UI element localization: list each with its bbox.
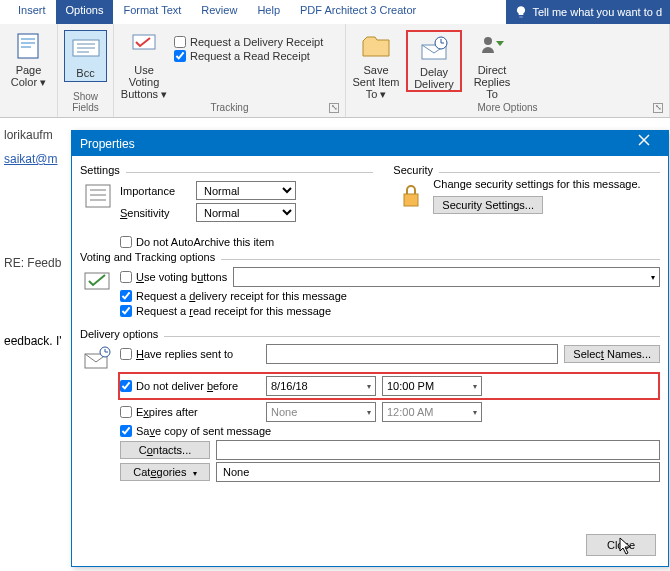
contacts-button[interactable]: Contacts... [120,441,210,459]
voting-section-label: Voting and Tracking options [80,251,221,263]
svg-rect-1 [21,38,35,40]
categories-input[interactable]: None [216,462,660,482]
show-fields-label: Show Fields [64,91,107,115]
tab-review[interactable]: Review [191,0,247,24]
close-icon [638,134,650,146]
request-delivery-receipt-checkbox[interactable]: Request a delivery receipt for this mess… [120,290,660,302]
tracking-launcher[interactable]: ⤡ [329,103,339,113]
do-not-deliver-time[interactable]: 10:00 PM▾ [382,376,482,396]
bcc-label: Bcc [65,67,106,79]
ribbon: Page Color ▾ Bcc Show Fields Use Voting … [0,24,670,118]
svg-rect-2 [21,42,35,44]
request-delivery-receipt-ribbon[interactable]: Request a Delivery Receipt [174,36,323,48]
voting-icon [130,32,158,60]
svg-rect-16 [86,185,110,207]
sensitivity-label: Sensitivity [120,207,190,219]
bcc-button[interactable]: Bcc [64,30,107,82]
svg-rect-20 [404,194,418,206]
close-button[interactable]: Close [586,534,656,556]
delay-delivery-label: Delay Delivery [410,66,458,90]
voting-buttons-button[interactable]: Use Voting Buttons ▾ [120,30,168,100]
delivery-section-label: Delivery options [80,328,164,340]
tell-me-text: Tell me what you want to d [532,6,662,18]
page-color-label: Page Color ▾ [6,64,51,88]
to-hint: saikat@m [4,152,58,166]
direct-replies-label: Direct Replies To [468,64,516,100]
categories-button[interactable]: Categories [120,463,210,481]
expires-date[interactable]: None▾ [266,402,376,422]
lightbulb-icon [514,5,528,19]
body-hint: eedback. I' [4,334,62,348]
save-sent-item-button[interactable]: Save Sent Item To ▾ [352,30,400,100]
voting-buttons-label: Use Voting Buttons ▾ [120,64,168,100]
tracking-label: Tracking⤡ [120,102,339,115]
voting-tracking-icon [83,269,113,295]
tab-insert[interactable]: Insert [8,0,56,24]
replies-icon [478,33,506,59]
have-replies-input[interactable] [266,344,558,364]
clock-mail-icon [419,35,449,61]
tab-help[interactable]: Help [247,0,290,24]
use-voting-checkbox[interactable]: Use voting buttons [120,271,227,283]
delay-delivery-button[interactable]: Delay Delivery [410,32,458,90]
do-not-deliver-date[interactable]: 8/16/18▾ [266,376,376,396]
direct-replies-button[interactable]: Direct Replies To [468,30,516,100]
dialog-titlebar[interactable]: Properties [72,131,668,156]
more-options-label: More Options⤡ [352,102,663,115]
expires-time[interactable]: 12:00 AM▾ [382,402,482,422]
delivery-icon [83,346,113,372]
bcc-icon [71,38,101,60]
page-color-button[interactable]: Page Color ▾ [6,30,51,88]
save-sent-item-label: Save Sent Item To ▾ [352,64,400,100]
svg-point-13 [484,37,492,45]
settings-list-icon [84,182,112,210]
subject-hint: RE: Feedb [4,256,61,270]
more-options-launcher[interactable]: ⤡ [653,103,663,113]
tell-me-box[interactable]: Tell me what you want to d [506,0,670,24]
dialog-close-button[interactable] [638,134,662,152]
folder-icon [361,33,391,59]
properties-dialog: Properties Settings Importance [71,130,669,567]
dialog-title-text: Properties [80,137,135,151]
have-replies-checkbox[interactable]: Have replies sent to [120,348,233,360]
autoarchive-checkbox[interactable]: Do not AutoArchive this item [120,236,660,248]
from-hint: lorikaufm [4,128,53,142]
tab-format-text[interactable]: Format Text [113,0,191,24]
security-settings-button[interactable]: Security Settings... [433,196,543,214]
tab-pdf-architect[interactable]: PDF Architect 3 Creator [290,0,426,24]
select-names-button[interactable]: Select Names... [564,345,660,363]
svg-rect-3 [21,46,31,48]
save-copy-checkbox[interactable]: Save copy of sent message [120,425,660,437]
security-text: Change security settings for this messag… [433,178,660,190]
contacts-input[interactable] [216,440,660,460]
importance-select[interactable]: Normal [196,181,296,200]
do-not-deliver-before-checkbox[interactable]: Do not deliver before [120,380,238,392]
settings-section-label: Settings [80,164,126,176]
tab-options[interactable]: Options [56,0,114,24]
ribbon-tabs: Insert Options Format Text Review Help P… [0,0,670,24]
importance-label: Importance [120,185,190,197]
request-read-receipt-checkbox[interactable]: Request a read receipt for this message [120,305,660,317]
security-section-label: Security [393,164,439,176]
lock-icon [399,182,423,210]
expires-after-checkbox[interactable]: Expires after [120,406,198,418]
sensitivity-select[interactable]: Normal [196,203,296,222]
request-read-receipt-ribbon[interactable]: Request a Read Receipt [174,50,323,62]
voting-buttons-select[interactable]: ▾ [233,267,660,287]
page-icon [16,32,42,60]
